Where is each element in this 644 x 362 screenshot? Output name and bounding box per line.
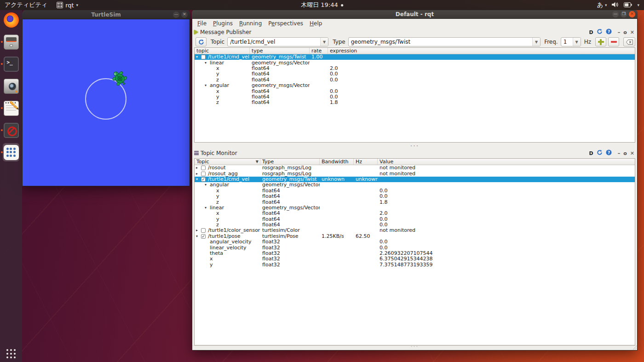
panel-close-button[interactable]: ✕ (630, 30, 634, 35)
table-row[interactable]: ▾/turtle1/cmd_velgeometry_msgs/Twist1.00 (195, 54, 635, 60)
activities-button[interactable]: アクティビティ (0, 0, 52, 10)
expander-collapse-icon[interactable]: ▾ (196, 177, 201, 182)
expander-expand-icon[interactable]: ▸ (196, 165, 201, 171)
help-icon[interactable]: ? (606, 29, 612, 36)
close-button[interactable]: ✕ (629, 11, 635, 17)
expander-collapse-icon[interactable]: ▾ (196, 54, 201, 60)
table-row[interactable]: ▾lineargeometry_msgs/Vector3 (195, 205, 635, 211)
close-button[interactable]: ✕ (181, 11, 188, 18)
system-menu-chevron-icon[interactable]: ▾ (637, 3, 639, 7)
combo-arrow-icon[interactable]: ▼ (320, 38, 328, 46)
input-method-indicator[interactable]: あ ▾ (597, 1, 607, 9)
table-row[interactable]: yfloat640.0 (195, 94, 635, 100)
column-header-value[interactable]: Value (378, 159, 635, 165)
clear-all-button[interactable] (623, 37, 635, 46)
expander-expand-icon[interactable]: ▸ (196, 171, 201, 177)
table-row[interactable]: ▾lineargeometry_msgs/Vector3 (195, 60, 635, 65)
panel-close-button[interactable]: ✕ (630, 151, 634, 156)
refresh-topics-button[interactable] (196, 37, 207, 46)
dock-item-terminal[interactable]: >_ (2, 56, 20, 72)
dock-item-no-entry[interactable] (2, 122, 20, 138)
table-row[interactable]: ▸/turtle1/color_sensorturtlesim/Colornot… (195, 228, 635, 233)
table-row[interactable]: xfloat640.0 (195, 88, 635, 94)
menu-help[interactable]: Help (306, 19, 325, 28)
resize-grip[interactable] (632, 345, 637, 350)
battery-icon[interactable] (624, 2, 632, 9)
dock-item-rqt[interactable] (2, 144, 20, 161)
panel-float-button[interactable]: o (623, 30, 627, 35)
panel-minimize-button[interactable]: – (618, 151, 621, 156)
column-header-type[interactable]: Type (260, 159, 320, 165)
panel-splitter[interactable]: ··· (192, 143, 637, 149)
freq-combobox[interactable]: 1 ▼ (561, 37, 581, 46)
expander-collapse-icon[interactable]: ▾ (205, 182, 210, 188)
table-row[interactable]: linear_velocityfloat320.0 (195, 245, 635, 250)
turtlesim-titlebar[interactable]: TurtleSim — ✕ (22, 10, 190, 19)
panel-minimize-button[interactable]: – (618, 30, 621, 35)
dock-item-files[interactable] (2, 34, 20, 50)
row-checkbox[interactable] (201, 166, 206, 170)
minimize-button[interactable]: — (612, 11, 619, 17)
table-row[interactable]: zfloat641.8 (195, 100, 635, 105)
table-row[interactable]: xfloat642.0 (195, 211, 635, 216)
add-publisher-button[interactable] (595, 37, 606, 46)
type-combobox[interactable]: geometry_msgs/Twist ▼ (348, 37, 540, 46)
topic-combobox[interactable]: /turtle1/cmd_vel ▼ (227, 37, 328, 46)
row-checkbox[interactable] (201, 172, 206, 176)
table-row[interactable]: zfloat641.8 (195, 199, 635, 205)
row-checkbox[interactable]: ✓ (201, 234, 206, 239)
column-header-hz[interactable]: Hz (354, 159, 378, 165)
expander-collapse-icon[interactable]: ▾ (205, 60, 210, 66)
table-row[interactable]: ▾✓/turtle1/poseturtlesim/Pose1.25KB/s62.… (195, 234, 635, 239)
table-row[interactable]: xfloat640.0 (195, 188, 635, 194)
expander-collapse-icon[interactable]: ▾ (196, 234, 201, 239)
expander-collapse-icon[interactable]: ▾ (205, 205, 210, 211)
publisher-panel-titlebar[interactable]: Message Publisher D ? – o ✕ (192, 28, 637, 36)
table-row[interactable]: zfloat640.0 (195, 222, 635, 228)
show-applications-button[interactable] (0, 349, 22, 358)
rqt-titlebar[interactable]: Default - rqt — ❐ ✕ (192, 10, 638, 19)
table-row[interactable]: xfloat326.375042915344238 (195, 256, 635, 262)
table-row[interactable]: zfloat640.0 (195, 77, 635, 83)
row-checkbox[interactable] (201, 55, 206, 59)
minimize-button[interactable]: — (173, 11, 179, 18)
table-row[interactable]: ▸/rosout_aggrosgraph_msgs/Lognot monitor… (195, 171, 635, 176)
app-menu[interactable]: rqt ▾ (52, 0, 83, 10)
monitor-panel-titlebar[interactable]: Topic Monitor D ? – o ✕ (192, 149, 637, 157)
column-header-bandwidth[interactable]: Bandwidth (320, 159, 354, 165)
table-row[interactable]: ▾✓/turtle1/cmd_velgeometry_msgs/Twistunk… (195, 177, 635, 182)
table-row[interactable]: ▾angulargeometry_msgs/Vector3 (195, 182, 635, 188)
table-row[interactable]: thetafloat322.260932207107544 (195, 251, 635, 256)
expander-expand-icon[interactable]: ▸ (196, 228, 201, 233)
table-row[interactable]: xfloat642.0 (195, 66, 635, 71)
table-row[interactable]: yfloat640.0 (195, 71, 635, 77)
combo-arrow-icon[interactable]: ▼ (573, 38, 581, 46)
volume-icon[interactable] (612, 2, 619, 9)
row-checkbox[interactable]: ✓ (201, 177, 206, 182)
menu-perspectives[interactable]: Perspectives (265, 19, 306, 28)
panel-float-button[interactable]: o (623, 151, 627, 156)
expander-collapse-icon[interactable]: ▾ (205, 83, 210, 88)
maximize-button[interactable]: ❐ (621, 11, 627, 17)
column-header-rate[interactable]: rate (310, 48, 328, 54)
row-checkbox[interactable] (201, 228, 206, 233)
column-header-type[interactable]: type (250, 48, 310, 54)
help-icon[interactable]: ? (606, 149, 612, 157)
reload-icon[interactable] (597, 29, 603, 36)
column-header-topic[interactable]: topic (195, 48, 250, 54)
table-row[interactable]: ▾angulargeometry_msgs/Vector3 (195, 83, 635, 88)
reload-icon[interactable] (597, 149, 603, 157)
combo-arrow-icon[interactable]: ▼ (532, 38, 540, 46)
table-row[interactable]: yfloat640.0 (195, 217, 635, 222)
table-row[interactable]: angular_velocityfloat320.0 (195, 239, 635, 245)
dock-item-firefox[interactable] (2, 11, 20, 28)
dock-item-screenshot[interactable] (2, 78, 20, 94)
table-row[interactable]: yfloat327.375148773193359 (195, 262, 635, 268)
menu-file[interactable]: File (194, 19, 210, 28)
dock-item-text-editor[interactable] (2, 100, 20, 116)
column-header-expression[interactable]: expression (328, 48, 635, 54)
menu-running[interactable]: Running (236, 19, 265, 28)
clock[interactable]: 木曜日 19:44 (297, 0, 347, 10)
menu-plugins[interactable]: Plugins (210, 19, 236, 28)
table-row[interactable]: yfloat640.0 (195, 194, 635, 199)
